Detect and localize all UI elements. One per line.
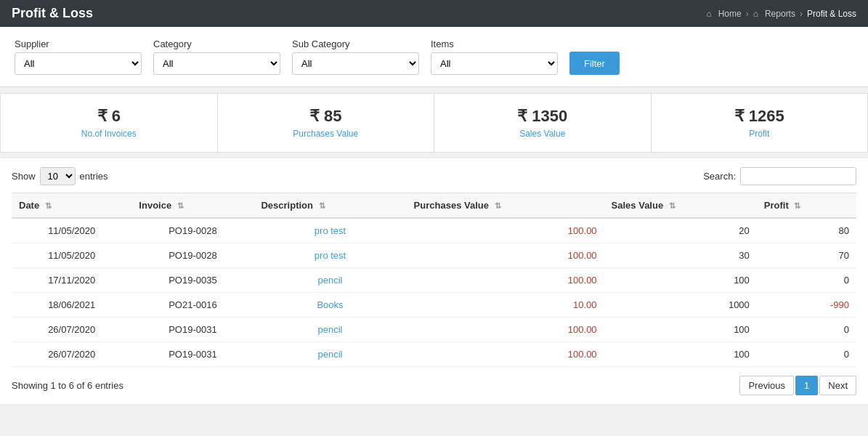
cell-invoice: PO19-0031: [131, 318, 253, 342]
summary-label-1: Purchases Value: [225, 129, 427, 139]
category-filter-group: Category All: [153, 39, 280, 75]
cell-sales: 20: [604, 218, 757, 243]
cell-date: 11/05/2020: [12, 243, 131, 268]
table-row: 11/05/2020 PO19-0028 pro test 100.00 30 …: [12, 243, 856, 268]
summary-value-3: ₹ 1265: [659, 107, 861, 126]
cell-invoice: PO19-0031: [131, 342, 253, 367]
cell-profit: 0: [757, 318, 856, 342]
filter-section: Supplier All Category All Sub Category A…: [0, 27, 868, 87]
home-icon: [706, 9, 713, 19]
summary-card-0: ₹ 6 No.of Invoices: [1, 94, 218, 152]
topnav: Profit & Loss Home › Reports › Profit & …: [0, 0, 868, 27]
pagination-row: Showing 1 to 6 of 6 entries Previous 1 N…: [12, 376, 856, 395]
next-button[interactable]: Next: [819, 376, 856, 395]
table-row: 17/11/2020 PO19-0035 pencil 100.00 100 0: [12, 268, 856, 293]
table-row: 26/07/2020 PO19-0031 pencil 100.00 100 0: [12, 342, 856, 367]
cell-purchases: 100.00: [407, 268, 604, 293]
cell-profit: 0: [757, 342, 856, 367]
category-select[interactable]: All: [153, 52, 280, 75]
summary-section: ₹ 6 No.of Invoices ₹ 85 Purchases Value …: [0, 93, 868, 153]
table-controls: Show 10 25 50 entries Search:: [12, 167, 856, 185]
cell-description[interactable]: Books: [253, 293, 406, 318]
summary-value-2: ₹ 1350: [442, 107, 644, 126]
col-profit: Profit ⇅: [757, 193, 856, 219]
summary-value-0: ₹ 6: [8, 107, 210, 126]
sort-icon-invoice: ⇅: [177, 201, 184, 211]
table-row: 11/05/2020 PO19-0028 pro test 100.00 20 …: [12, 218, 856, 243]
col-sales: Sales Value ⇅: [604, 193, 757, 219]
cell-invoice: PO19-0035: [131, 268, 253, 293]
cell-date: 17/11/2020: [12, 268, 131, 293]
cell-invoice: PO21-0016: [131, 293, 253, 318]
search-box: Search:: [703, 167, 856, 185]
table-row: 18/06/2021 PO21-0016 Books 10.00 1000 -9…: [12, 293, 856, 318]
cell-description[interactable]: pencil: [253, 342, 406, 367]
cell-purchases: 100.00: [407, 243, 604, 268]
breadcrumb-home[interactable]: Home: [718, 9, 742, 19]
breadcrumb-sep-1: ›: [746, 9, 749, 19]
filter-row: Supplier All Category All Sub Category A…: [15, 39, 853, 75]
summary-label-0: No.of Invoices: [8, 129, 210, 139]
summary-card-3: ₹ 1265 Profit: [652, 94, 868, 152]
supplier-filter-group: Supplier All: [15, 39, 142, 75]
cell-purchases: 100.00: [407, 218, 604, 243]
table-section: Show 10 25 50 entries Search: Date ⇅ Inv…: [0, 158, 868, 404]
cell-profit: -990: [757, 293, 856, 318]
entries-label: entries: [80, 171, 108, 182]
pagination: Previous 1 Next: [739, 376, 856, 395]
search-input[interactable]: [740, 167, 856, 185]
cell-description[interactable]: pencil: [253, 318, 406, 342]
subcategory-select[interactable]: All: [292, 52, 419, 75]
cell-description[interactable]: pencil: [253, 268, 406, 293]
cell-invoice: PO19-0028: [131, 243, 253, 268]
subcategory-filter-group: Sub Category All: [292, 39, 419, 75]
cell-date: 26/07/2020: [12, 342, 131, 367]
showing-text: Showing 1 to 6 of 6 entries: [12, 380, 123, 391]
summary-label-2: Sales Value: [442, 129, 644, 139]
category-label: Category: [153, 39, 280, 49]
items-label: Items: [431, 39, 558, 49]
cell-date: 26/07/2020: [12, 318, 131, 342]
cell-sales: 100: [604, 318, 757, 342]
cell-date: 11/05/2020: [12, 218, 131, 243]
col-invoice: Invoice ⇅: [131, 193, 253, 219]
breadcrumb-current: Profit & Loss: [807, 9, 856, 19]
cell-profit: 0: [757, 268, 856, 293]
cell-purchases: 100.00: [407, 318, 604, 342]
table-row: 26/07/2020 PO19-0031 pencil 100.00 100 0: [12, 318, 856, 342]
cell-sales: 100: [604, 268, 757, 293]
cell-description[interactable]: pro test: [253, 243, 406, 268]
cell-purchases: 100.00: [407, 342, 604, 367]
supplier-label: Supplier: [15, 39, 142, 49]
filter-button[interactable]: Filter: [569, 52, 620, 75]
data-table: Date ⇅ Invoice ⇅ Description ⇅ Purchases…: [12, 193, 856, 367]
page-1-button[interactable]: 1: [795, 376, 818, 395]
summary-card-1: ₹ 85 Purchases Value: [218, 94, 435, 152]
items-select[interactable]: All: [431, 52, 558, 75]
summary-value-1: ₹ 85: [225, 107, 427, 126]
col-purchases: Purchases Value ⇅: [407, 193, 604, 219]
cell-purchases: 10.00: [407, 293, 604, 318]
home-icon-2: [753, 9, 760, 19]
summary-label-3: Profit: [659, 129, 861, 139]
supplier-select[interactable]: All: [15, 52, 142, 75]
page-title: Profit & Loss: [12, 6, 93, 21]
entries-select[interactable]: 10 25 50: [40, 167, 76, 185]
cell-sales: 100: [604, 342, 757, 367]
col-date: Date ⇅: [12, 193, 131, 219]
subcategory-label: Sub Category: [292, 39, 419, 49]
breadcrumb-reports[interactable]: Reports: [765, 9, 795, 19]
cell-date: 18/06/2021: [12, 293, 131, 318]
sort-icon-purchases: ⇅: [495, 201, 501, 211]
breadcrumb-sep-2: ›: [800, 9, 803, 19]
sort-icon-profit: ⇅: [794, 201, 800, 211]
sort-icon-sales: ⇅: [669, 201, 676, 211]
previous-button[interactable]: Previous: [739, 376, 794, 395]
col-description: Description ⇅: [253, 193, 406, 219]
breadcrumb: Home › Reports › Profit & Loss: [706, 9, 856, 19]
cell-sales: 30: [604, 243, 757, 268]
cell-sales: 1000: [604, 293, 757, 318]
cell-description[interactable]: pro test: [253, 218, 406, 243]
show-entries: Show 10 25 50 entries: [12, 167, 108, 185]
summary-card-2: ₹ 1350 Sales Value: [434, 94, 652, 152]
